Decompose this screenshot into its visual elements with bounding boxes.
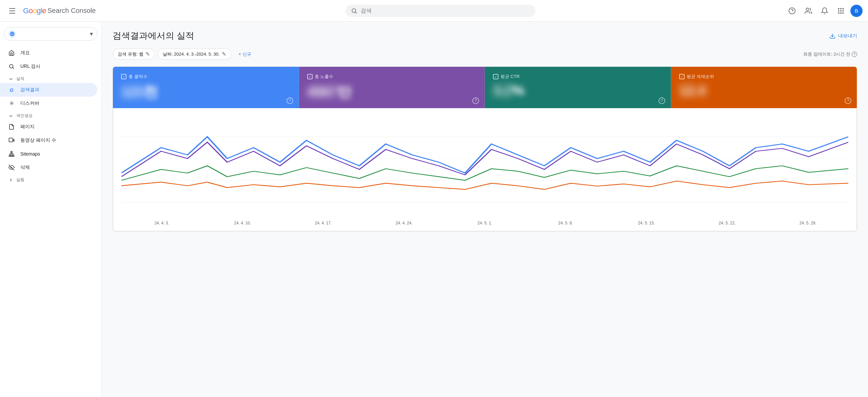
apps-button[interactable] xyxy=(834,4,848,18)
eye-off-icon xyxy=(8,164,15,171)
sidebar-item-label: Sitemaps xyxy=(20,151,40,157)
sidebar-section-indexing[interactable]: 색인생성 xyxy=(0,110,101,120)
sidebar-item-video-pages[interactable]: 동영상 페이지 수 xyxy=(0,134,97,147)
svg-line-16 xyxy=(13,67,14,68)
video-icon xyxy=(8,137,15,144)
performance-chart xyxy=(121,115,848,217)
sitemap-icon xyxy=(8,151,15,157)
svg-rect-5 xyxy=(838,8,840,9)
svg-point-15 xyxy=(9,64,13,68)
property-icon xyxy=(8,30,16,38)
last-update-label: 최종 업데이트: 2시간 전 xyxy=(803,51,850,57)
metric-position-label: ✓ 평균 게재순위 xyxy=(679,74,849,80)
sidebar: ▾ 개요 URL 검사 실적 G 검색결과 ✳ 디 xyxy=(0,22,102,397)
filter-search-type-label: 검색 유형: 웹 xyxy=(118,51,143,57)
sidebar-section-performance[interactable]: 실적 xyxy=(0,73,101,83)
filter-date[interactable]: 날짜: 2024. 4. 3.-2024. 5. 30. ✎ xyxy=(158,48,231,60)
metric-clicks-label: ✓ 총 클릭수 xyxy=(121,74,291,80)
google-g-icon: G xyxy=(8,86,15,93)
x-label: 24. 4. 10. xyxy=(202,221,283,225)
checkbox-icon: ✓ xyxy=(121,74,126,79)
chevron-down-icon xyxy=(8,76,14,82)
help-button-impressions[interactable]: ? xyxy=(472,97,479,104)
metric-card-position[interactable]: ✓ 평균 게재순위 12.4 ? xyxy=(671,67,857,108)
sidebar-item-label: URL 검사 xyxy=(20,63,40,70)
notifications-button[interactable] xyxy=(818,4,831,18)
search-icon xyxy=(351,7,357,14)
metric-card-impressions[interactable]: ✓ 총 노출수 4567만 ? xyxy=(299,67,485,108)
topbar: Google Search Console B xyxy=(0,0,868,22)
metric-clicks-value: 123천 xyxy=(121,82,291,101)
download-icon xyxy=(829,33,835,39)
metrics-row: ✓ 총 클릭수 123천 ? ✓ 총 노출수 4567만 xyxy=(113,67,857,108)
edit-icon: ✎ xyxy=(145,51,150,57)
search-bar[interactable] xyxy=(346,5,535,17)
metric-card-ctr[interactable]: ✓ 평균 CTR 3.2% ? xyxy=(485,67,671,108)
filter-search-type[interactable]: 검색 유형: 웹 ✎ xyxy=(113,48,155,60)
apps-icon xyxy=(837,7,845,15)
page-title: 검색결과에서의 실적 xyxy=(113,30,194,42)
hamburger-button[interactable] xyxy=(5,4,19,18)
help-button-position[interactable]: ? xyxy=(845,97,851,104)
chart-container: 24. 4. 3. 24. 4. 10. 24. 4. 17. 24. 4. 2… xyxy=(113,108,857,231)
logo-area: Google Search Console xyxy=(23,6,96,15)
sidebar-item-label: 검색결과 xyxy=(20,87,39,93)
svg-rect-8 xyxy=(838,10,840,12)
help-button[interactable] xyxy=(785,4,799,18)
sidebar-item-discover[interactable]: ✳ 디스커버 xyxy=(0,97,97,110)
export-button[interactable]: 내보내기 xyxy=(829,33,857,39)
svg-line-1 xyxy=(355,12,357,13)
metric-impressions-value: 4567만 xyxy=(307,82,477,101)
metric-card-clicks[interactable]: ✓ 총 클릭수 123천 ? xyxy=(113,67,299,108)
svg-rect-17 xyxy=(9,138,13,142)
account-manage-icon xyxy=(805,7,812,15)
add-filter-label: + 신규 xyxy=(239,51,251,57)
add-filter-button[interactable]: + 신규 xyxy=(234,49,256,59)
file-icon xyxy=(8,123,15,130)
help-button-clicks[interactable]: ? xyxy=(287,97,293,104)
sidebar-item-url-inspection[interactable]: URL 검사 xyxy=(0,60,97,73)
topbar-left: Google Search Console xyxy=(5,4,96,18)
search-input[interactable] xyxy=(361,8,530,14)
svg-rect-6 xyxy=(840,8,842,9)
asterisk-icon: ✳ xyxy=(8,100,15,107)
sidebar-item-sitemaps[interactable]: Sitemaps xyxy=(0,147,97,161)
x-label: 24. 4. 24. xyxy=(364,221,445,225)
x-label: 24. 5. 22. xyxy=(687,221,768,225)
metric-position-value: 12.4 xyxy=(679,82,849,99)
account-avatar[interactable]: B xyxy=(850,5,863,17)
svg-point-4 xyxy=(806,8,809,10)
x-label: 24. 5. 1. xyxy=(445,221,525,225)
svg-rect-19 xyxy=(11,152,13,153)
app-name: Search Console xyxy=(47,7,96,15)
metric-impressions-label: ✓ 총 노출수 xyxy=(307,74,477,80)
svg-rect-10 xyxy=(843,10,844,12)
last-update: 최종 업데이트: 2시간 전 ? xyxy=(803,51,857,57)
search-nav-icon xyxy=(8,63,15,70)
checkbox-icon: ✓ xyxy=(307,74,313,79)
export-label: 내보내기 xyxy=(838,33,857,39)
main-content: 검색결과에서의 실적 내보내기 검색 유형: 웹 ✎ 날짜: 2024. 4. … xyxy=(102,22,868,397)
sidebar-section-experiment[interactable]: 실험 xyxy=(0,174,101,184)
svg-rect-22 xyxy=(13,156,14,157)
sidebar-item-removals[interactable]: 삭제 xyxy=(0,161,97,174)
checkbox-icon: ✓ xyxy=(679,74,685,79)
chevron-down-icon: ▾ xyxy=(90,30,93,38)
help-circle-icon: ? xyxy=(852,52,857,57)
sidebar-item-pages[interactable]: 페이지 xyxy=(0,120,97,134)
page-header: 검색결과에서의 실적 내보내기 xyxy=(113,30,857,42)
svg-rect-13 xyxy=(843,12,844,14)
svg-rect-21 xyxy=(11,156,13,157)
home-icon xyxy=(8,49,15,56)
sidebar-item-overview[interactable]: 개요 xyxy=(0,46,97,60)
x-label: 24. 4. 17. xyxy=(283,221,363,225)
sidebar-item-label: 개요 xyxy=(20,50,30,56)
sidebar-item-search-results[interactable]: G 검색결과 xyxy=(0,83,97,97)
property-selector[interactable]: ▾ xyxy=(4,27,97,41)
account-manage-button[interactable] xyxy=(802,4,815,18)
edit-icon: ✎ xyxy=(222,51,226,57)
metric-ctr-value: 3.2% xyxy=(493,82,663,99)
x-label: 24. 5. 8. xyxy=(525,221,606,225)
help-button-ctr[interactable]: ? xyxy=(658,97,665,104)
topbar-right: B xyxy=(785,4,863,18)
